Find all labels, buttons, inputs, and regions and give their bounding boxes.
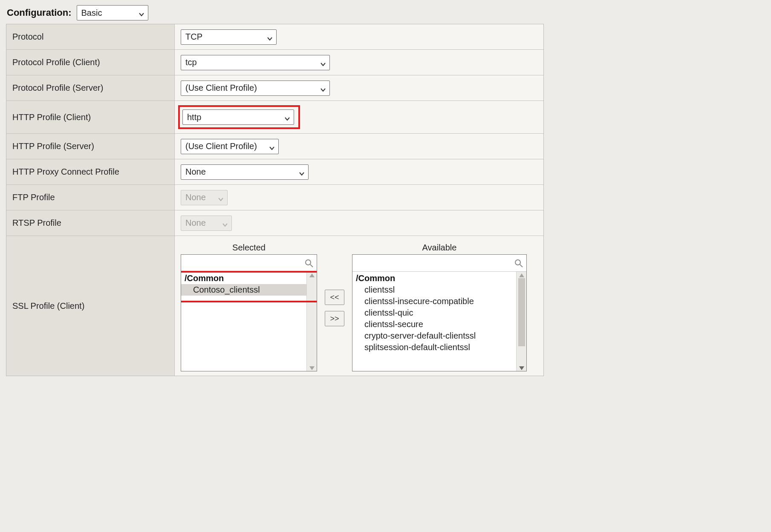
protocol-profile-client-select[interactable]: tcp <box>181 55 330 70</box>
ssl-available-item[interactable]: clientssl-insecure-compatible <box>352 296 516 307</box>
rtsp-profile-label: RTSP Profile <box>6 210 175 236</box>
protocol-profile-server-label: Protocol Profile (Server) <box>6 75 175 101</box>
http-profile-client-highlight: http <box>178 105 300 129</box>
ssl-available-item[interactable]: clientssl <box>352 284 516 296</box>
chevron-down-icon <box>222 220 228 226</box>
configuration-table: Protocol TCP Protocol Profile (Client) t… <box>6 24 544 376</box>
http-profile-server-select[interactable]: (Use Client Profile) <box>181 139 279 154</box>
scroll-down-icon[interactable] <box>309 366 315 370</box>
ftp-profile-value: None <box>185 193 206 202</box>
ssl-selected-group-header: /Common <box>181 273 306 284</box>
chevron-down-icon <box>267 34 273 40</box>
scrollbar[interactable] <box>306 272 317 371</box>
ssl-available-title: Available <box>422 243 457 253</box>
http-proxy-connect-select[interactable]: None <box>181 164 309 180</box>
ftp-profile-label: FTP Profile <box>6 185 175 210</box>
protocol-select-value: TCP <box>185 32 202 42</box>
configuration-select[interactable]: Basic <box>77 5 148 20</box>
svg-point-2 <box>515 260 520 265</box>
svg-line-3 <box>520 265 523 267</box>
svg-line-1 <box>310 265 313 267</box>
scrollbar[interactable] <box>516 272 526 371</box>
scroll-down-icon[interactable] <box>519 366 524 370</box>
configuration-select-value: Basic <box>81 8 102 18</box>
chevron-down-icon <box>320 85 326 91</box>
rtsp-profile-value: None <box>185 218 206 228</box>
ssl-profile-client-label: SSL Profile (Client) <box>6 236 175 376</box>
protocol-profile-server-value: (Use Client Profile) <box>185 83 257 93</box>
ftp-profile-select: None <box>181 190 228 205</box>
chevron-down-icon <box>218 195 224 201</box>
scroll-up-icon[interactable] <box>309 273 315 277</box>
ssl-selected-item[interactable]: Contoso_clientssl <box>181 284 306 296</box>
search-icon[interactable] <box>305 259 313 267</box>
chevron-down-icon <box>269 144 275 150</box>
http-profile-client-select[interactable]: http <box>182 109 294 125</box>
rtsp-profile-select: None <box>181 216 232 231</box>
chevron-down-icon <box>320 60 326 66</box>
http-profile-server-label: HTTP Profile (Server) <box>6 134 175 159</box>
http-proxy-connect-label: HTTP Proxy Connect Profile <box>6 159 175 184</box>
http-profile-server-value: (Use Client Profile) <box>185 141 257 151</box>
http-profile-client-label: HTTP Profile (Client) <box>6 101 175 133</box>
ssl-available-item[interactable]: clientssl-secure <box>352 319 516 330</box>
protocol-label: Protocol <box>6 24 175 49</box>
protocol-profile-server-select[interactable]: (Use Client Profile) <box>181 81 330 96</box>
ssl-available-item[interactable]: clientssl-quic <box>352 307 516 319</box>
ssl-available-item[interactable]: crypto-server-default-clientssl <box>352 330 516 342</box>
move-left-button[interactable]: << <box>325 290 344 305</box>
ssl-available-item[interactable]: splitsession-default-clientssl <box>352 342 516 353</box>
protocol-profile-client-label: Protocol Profile (Client) <box>6 50 175 75</box>
ssl-available-group-header: /Common <box>352 273 516 284</box>
protocol-select[interactable]: TCP <box>181 29 277 45</box>
search-icon[interactable] <box>514 259 523 267</box>
http-profile-client-value: http <box>187 112 201 122</box>
scroll-up-icon[interactable] <box>519 273 524 277</box>
ssl-selected-title: Selected <box>232 243 266 253</box>
chevron-down-icon <box>299 169 305 175</box>
protocol-profile-client-value: tcp <box>185 58 197 67</box>
ssl-available-listbox[interactable]: /Common clientsslclientssl-insecure-comp… <box>352 254 527 371</box>
ssl-selected-listbox[interactable]: /Common Contoso_clientssl <box>181 254 317 371</box>
http-proxy-connect-value: None <box>185 167 206 177</box>
chevron-down-icon <box>139 10 144 16</box>
svg-point-0 <box>306 260 311 265</box>
configuration-label: Configuration: <box>7 7 72 18</box>
chevron-down-icon <box>284 114 290 120</box>
move-right-button[interactable]: >> <box>325 311 344 326</box>
